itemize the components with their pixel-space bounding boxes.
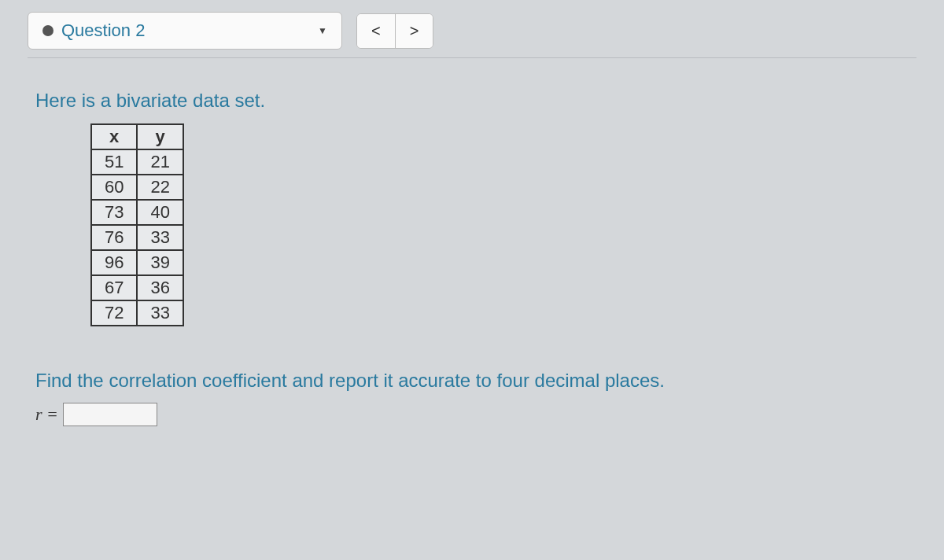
prev-button[interactable]: < — [357, 14, 396, 48]
cell-y: 22 — [137, 175, 183, 200]
data-table: x y 51 21 60 22 73 40 76 33 96 39 67 36 — [90, 123, 184, 326]
status-dot-icon — [42, 25, 53, 36]
col-header-y: y — [137, 124, 183, 149]
cell-y: 33 — [137, 300, 183, 326]
cell-x: 73 — [91, 200, 137, 225]
table-row: 76 33 — [91, 225, 183, 250]
answer-input[interactable] — [63, 403, 157, 426]
cell-y: 40 — [137, 200, 183, 225]
question-dropdown[interactable]: Question 2 ▼ — [28, 12, 342, 50]
cell-x: 96 — [91, 250, 137, 275]
table-row: 72 33 — [91, 300, 183, 326]
table-row: 96 39 — [91, 250, 183, 275]
question-label-wrap: Question 2 — [42, 20, 145, 41]
instruction-text: Find the correlation coefficient and rep… — [35, 370, 916, 392]
cell-x: 51 — [91, 149, 137, 175]
divider — [28, 57, 916, 58]
cell-x: 76 — [91, 225, 137, 250]
cell-x: 72 — [91, 300, 137, 326]
question-label-text: Question 2 — [61, 20, 145, 41]
cell-y: 21 — [137, 149, 183, 175]
next-button[interactable]: > — [396, 14, 433, 48]
cell-x: 67 — [91, 275, 137, 300]
cell-y: 33 — [137, 225, 183, 250]
table-row: 67 36 — [91, 275, 183, 300]
table-row: 73 40 — [91, 200, 183, 225]
question-header: Question 2 ▼ < > — [28, 12, 916, 50]
table-header-row: x y — [91, 124, 183, 149]
cell-y: 36 — [137, 275, 183, 300]
answer-label: r = — [35, 404, 58, 425]
col-header-x: x — [91, 124, 137, 149]
table-row: 51 21 — [91, 149, 183, 175]
chevron-down-icon: ▼ — [318, 25, 327, 36]
table-row: 60 22 — [91, 175, 183, 200]
intro-text: Here is a bivariate data set. — [35, 90, 916, 112]
answer-row: r = — [35, 403, 916, 426]
cell-x: 60 — [91, 175, 137, 200]
nav-buttons: < > — [356, 13, 433, 49]
cell-y: 39 — [137, 250, 183, 275]
